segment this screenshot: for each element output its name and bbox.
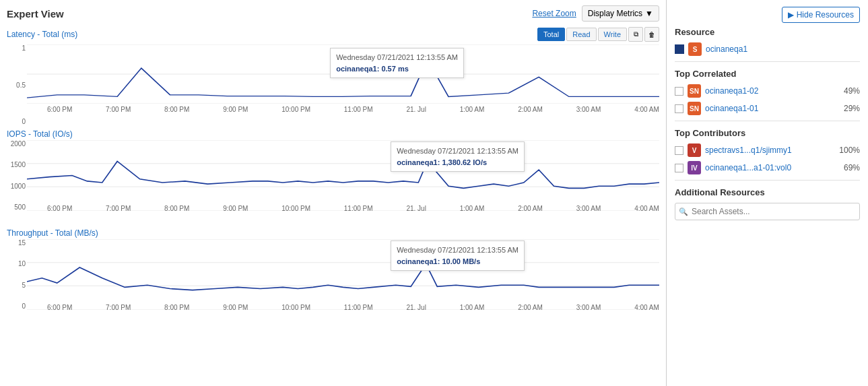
delete-icon[interactable]: 🗑 — [644, 27, 659, 42]
correlated-icon-0: SN — [688, 84, 701, 98]
throughput-x-labels: 6:00 PM 7:00 PM 8:00 PM 9:00 PM 10:00 PM… — [47, 304, 659, 311]
contributor-pct-1: 69% — [844, 163, 860, 172]
contributor-pct-0: 100% — [839, 146, 860, 155]
contributor-name-1[interactable]: ocinaneqa1...a1-01:vol0 — [705, 163, 840, 172]
correlated-icon-1: SN — [688, 102, 701, 115]
tab-total[interactable]: Total — [537, 28, 565, 41]
play-icon: ▶ — [788, 10, 794, 20]
contributor-name-0[interactable]: spectravs1...q1/sjimmy1 — [705, 146, 835, 155]
contributor-item-0: V spectravs1...q1/sjimmy1 100% — [675, 143, 860, 157]
throughput-y-axis: 15 10 5 0 — [7, 239, 26, 310]
top-contributors-title: Top Contributors — [675, 128, 860, 138]
search-container: 🔍 — [675, 203, 860, 220]
correlated-name-0[interactable]: ocinaneqa1-02 — [705, 86, 840, 96]
latency-y-axis: 1 0.5 0 — [7, 44, 26, 125]
correlated-item-0: SN ocinaneqa1-02 49% — [675, 84, 860, 98]
latency-chart-tabs: Total Read Write ⧉ 🗑 — [537, 27, 659, 42]
correlated-checkbox-0[interactable] — [675, 87, 683, 96]
divider-1 — [675, 61, 860, 62]
latency-chart-title: Latency - Total (ms) — [7, 30, 77, 39]
iops-y-axis: 2000 1500 1000 500 — [7, 140, 26, 211]
resource-color-square — [675, 44, 684, 54]
top-correlated-title: Top Correlated — [675, 69, 860, 79]
resource-icon-s: S — [688, 42, 702, 56]
throughput-chart-title: Throughput - Total (MB/s) — [7, 228, 98, 238]
iops-svg — [27, 140, 659, 211]
divider-3 — [675, 180, 860, 181]
correlated-item-1: SN ocinaneqa1-01 29% — [675, 102, 860, 115]
contributor-item-1: lV ocinaneqa1...a1-01:vol0 69% — [675, 161, 860, 174]
page-title: Expert View — [7, 8, 64, 20]
copy-icon[interactable]: ⧉ — [628, 27, 643, 42]
tab-read[interactable]: Read — [566, 28, 596, 41]
correlated-checkbox-1[interactable] — [675, 104, 683, 113]
display-metrics-label: Display Metrics — [588, 9, 642, 18]
right-panel: ▶ Hide Resources Resource S ocinaneqa1 T… — [666, 0, 868, 386]
reset-zoom-button[interactable]: Reset Zoom — [532, 9, 576, 18]
iops-x-labels: 6:00 PM 7:00 PM 8:00 PM 9:00 PM 10:00 PM… — [47, 205, 659, 212]
chevron-down-icon: ▼ — [645, 9, 653, 18]
contributor-icon-0: V — [688, 143, 701, 157]
hide-resources-button[interactable]: ▶ Hide Resources — [782, 7, 860, 23]
search-input[interactable] — [675, 203, 860, 220]
correlated-pct-1: 29% — [844, 104, 860, 113]
iops-chart-section: IOPS - Total (IO/s) 2000 1500 1000 500 — [7, 129, 659, 224]
main-resource-item: S ocinaneqa1 — [675, 42, 860, 56]
throughput-chart-section: Throughput - Total (MB/s) 15 10 5 0 — [7, 228, 659, 323]
correlated-pct-0: 49% — [844, 86, 860, 96]
throughput-svg — [27, 239, 659, 310]
tab-write[interactable]: Write — [598, 28, 627, 41]
iops-chart-title: IOPS - Total (IO/s) — [7, 129, 73, 139]
latency-svg — [27, 44, 659, 104]
latency-x-labels: 6:00 PM 7:00 PM 8:00 PM 9:00 PM 10:00 PM… — [47, 106, 659, 113]
resource-section-title: Resource — [675, 27, 860, 37]
contributor-checkbox-1[interactable] — [675, 164, 683, 172]
svg-point-3 — [424, 57, 431, 63]
divider-2 — [675, 121, 860, 121]
latency-chart-section: Latency - Total (ms) Total Read Write ⧉ … — [7, 27, 659, 125]
additional-resources-title: Additional Resources — [675, 187, 860, 197]
search-icon: 🔍 — [679, 207, 688, 216]
hide-resources-label: Hide Resources — [797, 10, 854, 20]
svg-point-8 — [424, 158, 431, 165]
main-resource-name[interactable]: ocinaneqa1 — [706, 44, 860, 54]
svg-point-13 — [422, 261, 430, 268]
correlated-name-1[interactable]: ocinaneqa1-01 — [705, 104, 840, 113]
contributor-checkbox-0[interactable] — [675, 146, 683, 155]
contributor-icon-1: lV — [688, 161, 701, 174]
display-metrics-button[interactable]: Display Metrics ▼ — [582, 5, 659, 22]
